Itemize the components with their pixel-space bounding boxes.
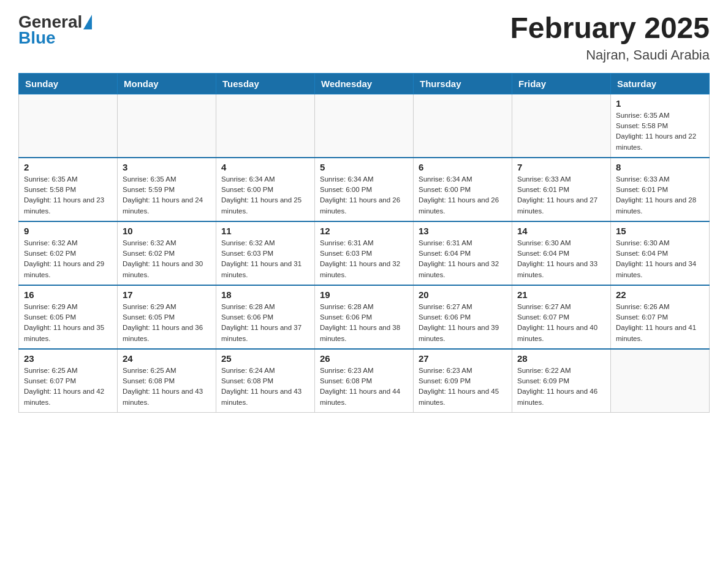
- day-info: Sunrise: 6:33 AM Sunset: 6:01 PM Dayligh…: [517, 174, 605, 216]
- calendar-cell: 12Sunrise: 6:31 AM Sunset: 6:03 PM Dayli…: [315, 221, 414, 285]
- calendar-cell: [611, 349, 710, 413]
- day-number: 22: [616, 289, 704, 300]
- calendar-table: Sunday Monday Tuesday Wednesday Thursday…: [18, 73, 710, 413]
- calendar-cell: 9Sunrise: 6:32 AM Sunset: 6:02 PM Daylig…: [19, 221, 118, 285]
- day-info: Sunrise: 6:23 AM Sunset: 6:09 PM Dayligh…: [419, 366, 507, 408]
- day-info: Sunrise: 6:24 AM Sunset: 6:08 PM Dayligh…: [221, 366, 309, 408]
- day-number: 18: [221, 289, 309, 300]
- day-number: 3: [123, 162, 211, 172]
- day-number: 23: [24, 353, 112, 364]
- logo: General Blue: [18, 12, 92, 47]
- day-info: Sunrise: 6:29 AM Sunset: 6:05 PM Dayligh…: [123, 302, 211, 344]
- day-info: Sunrise: 6:32 AM Sunset: 6:02 PM Dayligh…: [24, 238, 112, 280]
- calendar-cell: [118, 94, 216, 158]
- logo-blue-text: Blue: [18, 29, 56, 47]
- week-row-3: 9Sunrise: 6:32 AM Sunset: 6:02 PM Daylig…: [19, 221, 710, 285]
- day-info: Sunrise: 6:28 AM Sunset: 6:06 PM Dayligh…: [320, 302, 408, 344]
- day-number: 27: [419, 353, 507, 364]
- day-number: 5: [320, 162, 408, 172]
- calendar-cell: 18Sunrise: 6:28 AM Sunset: 6:06 PM Dayli…: [216, 285, 315, 349]
- day-info: Sunrise: 6:34 AM Sunset: 6:00 PM Dayligh…: [221, 174, 309, 216]
- logo-triangle-icon: [83, 15, 92, 29]
- day-info: Sunrise: 6:31 AM Sunset: 6:03 PM Dayligh…: [320, 238, 408, 280]
- col-monday: Monday: [118, 73, 216, 94]
- calendar-cell: 20Sunrise: 6:27 AM Sunset: 6:06 PM Dayli…: [414, 285, 512, 349]
- col-wednesday: Wednesday: [315, 73, 414, 94]
- day-number: 7: [517, 162, 605, 172]
- day-number: 26: [320, 353, 408, 364]
- day-info: Sunrise: 6:29 AM Sunset: 6:05 PM Dayligh…: [24, 302, 112, 344]
- day-number: 6: [419, 162, 507, 172]
- day-number: 20: [419, 289, 507, 300]
- calendar-cell: 24Sunrise: 6:25 AM Sunset: 6:08 PM Dayli…: [118, 349, 216, 413]
- day-info: Sunrise: 6:35 AM Sunset: 5:59 PM Dayligh…: [123, 174, 211, 216]
- day-number: 17: [123, 289, 211, 300]
- day-info: Sunrise: 6:30 AM Sunset: 6:04 PM Dayligh…: [616, 238, 704, 280]
- calendar-cell: 25Sunrise: 6:24 AM Sunset: 6:08 PM Dayli…: [216, 349, 315, 413]
- week-row-1: 1Sunrise: 6:35 AM Sunset: 5:58 PM Daylig…: [19, 94, 710, 158]
- col-friday: Friday: [512, 73, 611, 94]
- calendar-cell: 13Sunrise: 6:31 AM Sunset: 6:04 PM Dayli…: [414, 221, 512, 285]
- week-row-4: 16Sunrise: 6:29 AM Sunset: 6:05 PM Dayli…: [19, 285, 710, 349]
- day-info: Sunrise: 6:31 AM Sunset: 6:04 PM Dayligh…: [419, 238, 507, 280]
- calendar-cell: 7Sunrise: 6:33 AM Sunset: 6:01 PM Daylig…: [512, 158, 611, 221]
- col-thursday: Thursday: [414, 73, 512, 94]
- day-number: 14: [517, 226, 605, 236]
- calendar-cell: [216, 94, 315, 158]
- day-number: 9: [24, 226, 112, 236]
- calendar-cell: 1Sunrise: 6:35 AM Sunset: 5:58 PM Daylig…: [611, 94, 710, 158]
- week-row-5: 23Sunrise: 6:25 AM Sunset: 6:07 PM Dayli…: [19, 349, 710, 413]
- calendar-cell: 19Sunrise: 6:28 AM Sunset: 6:06 PM Dayli…: [315, 285, 414, 349]
- day-info: Sunrise: 6:27 AM Sunset: 6:07 PM Dayligh…: [517, 302, 605, 344]
- col-tuesday: Tuesday: [216, 73, 315, 94]
- day-info: Sunrise: 6:32 AM Sunset: 6:03 PM Dayligh…: [221, 238, 309, 280]
- calendar-cell: 8Sunrise: 6:33 AM Sunset: 6:01 PM Daylig…: [611, 158, 710, 221]
- page-header: General Blue February 2025 Najran, Saudi…: [18, 12, 710, 63]
- day-info: Sunrise: 6:23 AM Sunset: 6:08 PM Dayligh…: [320, 366, 408, 408]
- day-number: 4: [221, 162, 309, 172]
- day-info: Sunrise: 6:35 AM Sunset: 5:58 PM Dayligh…: [24, 174, 112, 216]
- calendar-cell: [315, 94, 414, 158]
- calendar-cell: 23Sunrise: 6:25 AM Sunset: 6:07 PM Dayli…: [19, 349, 118, 413]
- calendar-cell: 27Sunrise: 6:23 AM Sunset: 6:09 PM Dayli…: [414, 349, 512, 413]
- calendar-cell: 11Sunrise: 6:32 AM Sunset: 6:03 PM Dayli…: [216, 221, 315, 285]
- col-sunday: Sunday: [19, 73, 118, 94]
- day-info: Sunrise: 6:35 AM Sunset: 5:58 PM Dayligh…: [616, 110, 704, 153]
- day-number: 19: [320, 289, 408, 300]
- calendar-cell: 4Sunrise: 6:34 AM Sunset: 6:00 PM Daylig…: [216, 158, 315, 221]
- title-section: February 2025 Najran, Saudi Arabia: [510, 12, 710, 63]
- day-number: 12: [320, 226, 408, 236]
- day-info: Sunrise: 6:27 AM Sunset: 6:06 PM Dayligh…: [419, 302, 507, 344]
- calendar-cell: 26Sunrise: 6:23 AM Sunset: 6:08 PM Dayli…: [315, 349, 414, 413]
- day-number: 21: [517, 289, 605, 300]
- day-number: 2: [24, 162, 112, 172]
- day-info: Sunrise: 6:22 AM Sunset: 6:09 PM Dayligh…: [517, 366, 605, 408]
- day-number: 15: [616, 226, 704, 236]
- day-number: 24: [123, 353, 211, 364]
- calendar-cell: 3Sunrise: 6:35 AM Sunset: 5:59 PM Daylig…: [118, 158, 216, 221]
- day-info: Sunrise: 6:25 AM Sunset: 6:07 PM Dayligh…: [24, 366, 112, 408]
- day-number: 13: [419, 226, 507, 236]
- calendar-cell: [414, 94, 512, 158]
- day-number: 28: [517, 353, 605, 364]
- calendar-cell: 16Sunrise: 6:29 AM Sunset: 6:05 PM Dayli…: [19, 285, 118, 349]
- day-info: Sunrise: 6:32 AM Sunset: 6:02 PM Dayligh…: [123, 238, 211, 280]
- header-row: Sunday Monday Tuesday Wednesday Thursday…: [19, 73, 710, 94]
- day-info: Sunrise: 6:25 AM Sunset: 6:08 PM Dayligh…: [123, 366, 211, 408]
- day-number: 1: [616, 98, 704, 109]
- day-number: 8: [616, 162, 704, 172]
- day-info: Sunrise: 6:30 AM Sunset: 6:04 PM Dayligh…: [517, 238, 605, 280]
- calendar-cell: 22Sunrise: 6:26 AM Sunset: 6:07 PM Dayli…: [611, 285, 710, 349]
- calendar-cell: 10Sunrise: 6:32 AM Sunset: 6:02 PM Dayli…: [118, 221, 216, 285]
- day-info: Sunrise: 6:34 AM Sunset: 6:00 PM Dayligh…: [419, 174, 507, 216]
- day-number: 25: [221, 353, 309, 364]
- calendar-cell: 15Sunrise: 6:30 AM Sunset: 6:04 PM Dayli…: [611, 221, 710, 285]
- day-info: Sunrise: 6:28 AM Sunset: 6:06 PM Dayligh…: [221, 302, 309, 344]
- week-row-2: 2Sunrise: 6:35 AM Sunset: 5:58 PM Daylig…: [19, 158, 710, 221]
- location-title: Najran, Saudi Arabia: [510, 47, 710, 63]
- day-info: Sunrise: 6:26 AM Sunset: 6:07 PM Dayligh…: [616, 302, 704, 344]
- calendar-cell: 2Sunrise: 6:35 AM Sunset: 5:58 PM Daylig…: [19, 158, 118, 221]
- day-info: Sunrise: 6:33 AM Sunset: 6:01 PM Dayligh…: [616, 174, 704, 216]
- calendar-cell: 6Sunrise: 6:34 AM Sunset: 6:00 PM Daylig…: [414, 158, 512, 221]
- calendar-cell: 14Sunrise: 6:30 AM Sunset: 6:04 PM Dayli…: [512, 221, 611, 285]
